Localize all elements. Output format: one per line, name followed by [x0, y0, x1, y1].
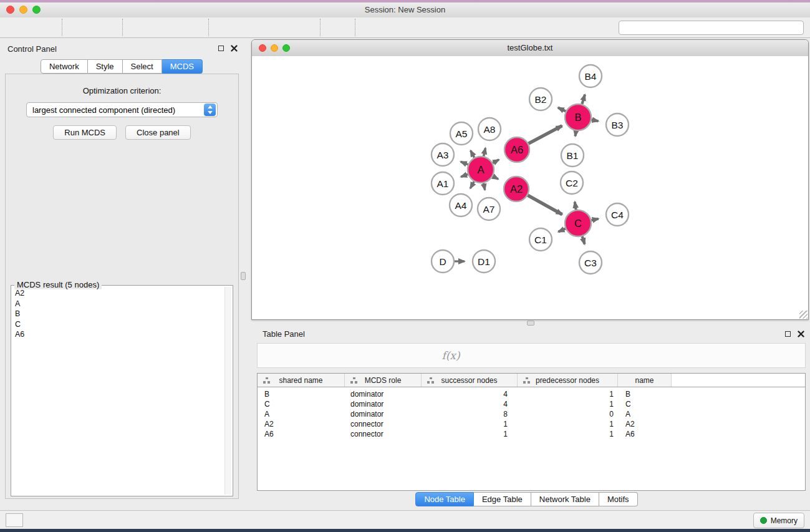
edge-C-C1[interactable]: [558, 229, 565, 232]
export-image-button[interactable]: [178, 18, 204, 37]
tab-network-table[interactable]: Network Table: [531, 492, 599, 506]
table-row[interactable]: Bdominator41B: [258, 389, 805, 399]
float-panel-icon[interactable]: [785, 331, 791, 337]
mcds-result-list[interactable]: A2ABCA6: [12, 288, 224, 495]
tab-style[interactable]: Style: [88, 59, 123, 74]
export-network-button[interactable]: [127, 18, 153, 37]
result-scrollbar[interactable]: [224, 287, 231, 495]
show-graphics-details-button[interactable]: [436, 18, 462, 37]
zoom-in-button[interactable]: [213, 18, 239, 37]
select-all-columns-button[interactable]: [314, 345, 339, 366]
node-A8[interactable]: A8: [478, 118, 501, 140]
table-row[interactable]: A6connector11A6: [258, 429, 805, 439]
tab-motifs[interactable]: Motifs: [599, 492, 638, 506]
node-B1[interactable]: B1: [561, 144, 584, 167]
node-B3[interactable]: B3: [606, 114, 629, 136]
result-item[interactable]: A2: [12, 288, 224, 299]
result-item[interactable]: A6: [12, 329, 224, 340]
edge-B-B3[interactable]: [592, 120, 599, 121]
tab-mcds[interactable]: MCDS: [162, 59, 203, 74]
node-C1[interactable]: C1: [529, 228, 552, 251]
window-resize-grip[interactable]: [799, 311, 808, 319]
node-C[interactable]: C: [565, 210, 591, 236]
close-panel-icon[interactable]: [798, 331, 804, 337]
show-columns-button[interactable]: [289, 345, 314, 366]
node-B[interactable]: B: [565, 104, 591, 130]
table-row[interactable]: A2connector11A2: [258, 419, 805, 429]
add-column-button[interactable]: [364, 345, 388, 366]
column-header-predecessor-nodes[interactable]: predecessor nodes: [518, 374, 618, 387]
node-D[interactable]: D: [432, 250, 454, 273]
edge-A-A8[interactable]: [484, 148, 486, 156]
node-A4[interactable]: A4: [450, 194, 472, 216]
edge-C-C2[interactable]: [575, 202, 576, 210]
import-network-button[interactable]: [67, 18, 92, 37]
edge-B-B2[interactable]: [558, 108, 566, 112]
node-A1[interactable]: A1: [432, 172, 454, 195]
close-panel-button[interactable]: Close panel: [125, 125, 191, 140]
result-item[interactable]: A: [12, 299, 224, 309]
global-search-field[interactable]: [619, 21, 804, 35]
edge-B-B4[interactable]: [582, 95, 585, 104]
edge-B-B1[interactable]: [576, 131, 576, 137]
edge-A-A1[interactable]: [461, 175, 468, 177]
memory-button[interactable]: Memory: [753, 513, 804, 528]
zoom-fit-button[interactable]: [264, 18, 290, 37]
edge-A-A6[interactable]: [493, 160, 499, 163]
first-neighbors-button[interactable]: [385, 18, 411, 37]
node-A[interactable]: A: [468, 157, 494, 183]
export-table-button[interactable]: [153, 18, 178, 37]
node-A3[interactable]: A3: [432, 143, 454, 166]
zoom-selected-button[interactable]: [290, 18, 316, 37]
node-A2[interactable]: A2: [504, 177, 529, 201]
edge-C-C4[interactable]: [592, 219, 599, 221]
refresh-view-button[interactable]: [325, 18, 350, 37]
show-panels-list-button[interactable]: [6, 513, 23, 527]
clone-network-button[interactable]: [360, 18, 385, 37]
table-options-button[interactable]: [264, 345, 289, 366]
result-item[interactable]: B: [12, 309, 224, 319]
table-row[interactable]: Cdominator41C: [258, 399, 805, 409]
tab-select[interactable]: Select: [123, 59, 162, 74]
table-row[interactable]: Adominator80A: [258, 409, 805, 419]
node-B2[interactable]: B2: [529, 88, 552, 110]
save-session-button[interactable]: [32, 18, 57, 37]
network-window-titlebar[interactable]: testGlobe.txt: [252, 40, 808, 57]
node-D1[interactable]: D1: [473, 250, 495, 273]
column-header-successor-nodes[interactable]: successor nodes: [422, 374, 518, 387]
column-header-MCDS-role[interactable]: MCDS role: [345, 374, 422, 387]
import-table-button[interactable]: [92, 18, 118, 37]
open-file-button[interactable]: [6, 18, 32, 37]
run-mcds-button[interactable]: Run MCDS: [53, 125, 117, 140]
node-A7[interactable]: A7: [478, 198, 500, 220]
tab-node-table[interactable]: Node Table: [415, 492, 474, 506]
network-canvas[interactable]: AA1A2A3A4A5A6A7A8BB1B2B3B4CC1C2C3C4DD1: [252, 56, 808, 319]
result-item[interactable]: C: [12, 319, 224, 330]
node-B4[interactable]: B4: [579, 65, 602, 87]
zoom-out-button[interactable]: [239, 18, 264, 37]
edge-A-A4[interactable]: [470, 181, 474, 188]
column-header-name[interactable]: name: [618, 374, 672, 387]
edge-C-C3[interactable]: [582, 236, 585, 244]
hide-graphics-details-button[interactable]: [411, 18, 436, 37]
node-C2[interactable]: C2: [561, 172, 583, 194]
column-header-shared-name[interactable]: shared name: [258, 374, 345, 387]
node-A5[interactable]: A5: [450, 122, 473, 145]
deselect-all-columns-button[interactable]: [339, 345, 364, 366]
search-input[interactable]: [635, 23, 734, 33]
edge-A6-B[interactable]: [529, 126, 562, 144]
delete-column-button[interactable]: [388, 345, 413, 366]
tab-edge-table[interactable]: Edge Table: [474, 492, 531, 506]
edge-A-A3[interactable]: [461, 162, 468, 165]
edge-A-A2[interactable]: [493, 177, 498, 180]
tab-network[interactable]: Network: [41, 59, 88, 74]
edge-A-A7[interactable]: [483, 183, 485, 190]
vertical-splitter-handle[interactable]: [241, 272, 246, 280]
node-C4[interactable]: C4: [606, 203, 629, 226]
edge-A2-C[interactable]: [528, 195, 562, 215]
node-C3[interactable]: C3: [579, 251, 602, 274]
float-panel-icon[interactable]: [218, 46, 224, 51]
node-A6[interactable]: A6: [504, 137, 529, 162]
close-panel-icon[interactable]: [231, 45, 238, 52]
edge-A-A5[interactable]: [471, 150, 475, 157]
